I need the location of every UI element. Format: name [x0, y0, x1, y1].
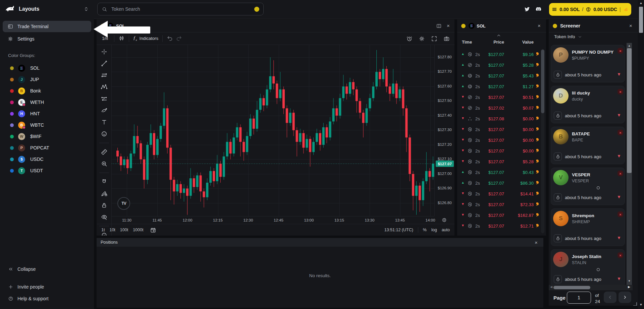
- discord-icon[interactable]: [535, 6, 542, 12]
- wallet-balance-button[interactable]: 0.00 SOL / 0.00 USDC |: [549, 3, 631, 16]
- trade-row[interactable]: ▼2s$127.07$72.33: [457, 199, 540, 210]
- token-info-dropdown[interactable]: Token Info: [554, 34, 582, 39]
- token-card-shremp[interactable]: SShremponSHREMP×about 5 hours ago▼: [551, 208, 625, 246]
- trade-row[interactable]: ▲2s$127.07$5.43: [457, 70, 540, 81]
- token-search-input[interactable]: [111, 6, 251, 12]
- trade-row[interactable]: ▼2s$127.07$14.41: [457, 188, 540, 199]
- color-group-$wif[interactable]: W$WIF: [0, 131, 94, 142]
- card-dropdown-icon[interactable]: ▼: [617, 235, 621, 240]
- color-group-sol[interactable]: SOL: [0, 62, 94, 74]
- sidebar-item-settings[interactable]: Settings: [3, 33, 91, 45]
- trade-row[interactable]: ▼2s$127.07$0.51: [457, 92, 540, 103]
- scroll-up-arrow[interactable]: ▲: [627, 44, 632, 47]
- token-card-stalin[interactable]: JJoseph StalinSTALIN×about 5 hours ago▼: [551, 249, 625, 285]
- chart-settings-icon[interactable]: [419, 36, 425, 42]
- draw-lock-tool-icon[interactable]: [101, 190, 108, 197]
- card-dropdown-icon[interactable]: ▼: [617, 113, 621, 118]
- goto-date-icon[interactable]: [150, 227, 156, 233]
- magnet-tool-icon[interactable]: [101, 178, 108, 185]
- chart-close-icon[interactable]: ×: [447, 23, 450, 28]
- candlestick-chart[interactable]: [112, 45, 434, 216]
- trade-row[interactable]: ▼2s$127.07$0.00: [457, 135, 540, 145]
- window-scrollbar[interactable]: ▲ ▼: [638, 0, 644, 309]
- screener-close-icon[interactable]: ×: [629, 23, 632, 28]
- layouts-switcher-icon[interactable]: [83, 6, 89, 12]
- hscrollbar-thumb[interactable]: [553, 286, 590, 289]
- trade-row[interactable]: ▼2s$127.07$5.28: [457, 156, 540, 167]
- redo-icon[interactable]: [176, 35, 182, 42]
- screener-color-dot[interactable]: [553, 24, 557, 28]
- token-card-vesper[interactable]: VVESPERVESPER×about 5 hours ago▼: [551, 168, 625, 205]
- trades-scrollbar[interactable]: [541, 49, 544, 233]
- time-axis[interactable]: 11:3011:4512:0012:1512:3012:4513:0013:15…: [112, 216, 434, 224]
- screener-scrollbar-thumb[interactable]: [627, 48, 632, 173]
- collapse-button[interactable]: Collapse: [8, 266, 36, 272]
- indicators-button[interactable]: ƒx Indicators: [133, 35, 158, 42]
- text-tool-icon[interactable]: [101, 119, 108, 126]
- trades-close-icon[interactable]: ×: [538, 23, 541, 28]
- color-group-weth[interactable]: EWETH: [0, 97, 94, 108]
- remove-token-badge[interactable]: ×: [618, 130, 623, 135]
- trade-row[interactable]: ▲2s$127.07$86.30: [457, 178, 540, 188]
- collapse-trades-icon[interactable]: [496, 33, 501, 38]
- remove-token-badge[interactable]: ×: [618, 211, 623, 217]
- log-scale-button[interactable]: log: [431, 228, 437, 232]
- invite-people-button[interactable]: Invite people: [8, 284, 44, 290]
- trade-row[interactable]: ▼2s$127.07$0.00: [457, 145, 540, 156]
- color-group-wbtc[interactable]: BWBTC: [0, 119, 94, 131]
- candle-style-icon[interactable]: [118, 35, 125, 42]
- trade-row[interactable]: ▼2s$127.07$12.71: [457, 221, 540, 231]
- token-card-pumpy[interactable]: PPUMPY NO DUMPY$PUMPY×about 5 hours ago▼: [551, 45, 625, 82]
- color-group-hnt[interactable]: HHNT: [0, 108, 94, 119]
- tick-1000t-button[interactable]: 1000t: [133, 228, 143, 232]
- alert-icon[interactable]: [406, 36, 413, 42]
- crosshair-tool-icon[interactable]: [101, 48, 108, 55]
- trade-row[interactable]: ▲2s$127.07$9.16: [457, 49, 540, 60]
- auto-scale-button[interactable]: auto: [442, 228, 450, 232]
- zoom-in-tool-icon[interactable]: [101, 160, 108, 167]
- emoji-tool-icon[interactable]: [101, 130, 108, 137]
- prev-page-button[interactable]: [604, 292, 616, 303]
- trades-color-dot[interactable]: [461, 24, 466, 28]
- token-search-box[interactable]: [97, 3, 264, 15]
- window-scroll-up[interactable]: ▲: [638, 1, 644, 5]
- color-group-usdc[interactable]: $USDC: [0, 153, 94, 165]
- brush-tool-icon[interactable]: [101, 107, 108, 114]
- scroll-right-arrow[interactable]: ▶: [628, 285, 630, 289]
- trade-row[interactable]: ▲2s$127.07$0.43: [457, 167, 540, 178]
- color-group-popcat[interactable]: PPOPCAT: [0, 142, 94, 153]
- trend-line-tool-icon[interactable]: [101, 60, 108, 67]
- scroll-down-arrow[interactable]: ▼: [627, 280, 632, 283]
- eye-tool-icon[interactable]: [101, 213, 108, 221]
- parallel-channel-tool-icon[interactable]: [101, 72, 108, 79]
- screener-horizontal-scrollbar[interactable]: ◀ ▶: [549, 285, 633, 290]
- tick-1t-button[interactable]: 1t: [101, 228, 105, 232]
- scroll-left-arrow[interactable]: ◀: [550, 285, 552, 289]
- trade-row[interactable]: ▼2s$127.08$0.00: [457, 113, 540, 124]
- trade-row[interactable]: ▼2s$127.07$0.00: [457, 124, 540, 135]
- trades-scrollbar-thumb[interactable]: [541, 50, 544, 113]
- color-group-bonk[interactable]: BBonk: [0, 85, 94, 97]
- lock-tool-icon[interactable]: [101, 202, 108, 209]
- remove-token-badge[interactable]: ×: [618, 171, 623, 176]
- utc-clock[interactable]: 13:51:12 (UTC): [384, 228, 413, 232]
- color-group-usdt[interactable]: TUSDT: [0, 165, 94, 176]
- tick-10t-button[interactable]: 10t: [109, 228, 115, 232]
- card-dropdown-icon[interactable]: ▼: [617, 276, 621, 281]
- split-layout-icon[interactable]: [436, 23, 442, 29]
- fullscreen-icon[interactable]: [431, 36, 437, 42]
- forecast-tool-icon[interactable]: [101, 95, 108, 102]
- trade-row[interactable]: ▼2s$127.02$0.07: [457, 103, 540, 113]
- token-card-bape[interactable]: BBATAPEBAPE×about 5 hours ago▼: [551, 127, 625, 164]
- color-group-jup[interactable]: JJUP: [0, 74, 94, 85]
- window-scroll-down[interactable]: ▼: [638, 303, 644, 306]
- remove-token-badge[interactable]: ×: [618, 48, 623, 54]
- trade-row[interactable]: ▲2s$127.07$1.27: [457, 81, 540, 92]
- percent-scale-button[interactable]: %: [423, 228, 427, 232]
- resize-handle[interactable]: [633, 302, 637, 306]
- twitter-icon[interactable]: [524, 6, 530, 12]
- xabcd-pattern-tool-icon[interactable]: [101, 83, 108, 90]
- remove-token-badge[interactable]: ×: [618, 89, 623, 95]
- card-dropdown-icon[interactable]: ▼: [617, 194, 621, 199]
- card-dropdown-icon[interactable]: ▼: [617, 153, 621, 159]
